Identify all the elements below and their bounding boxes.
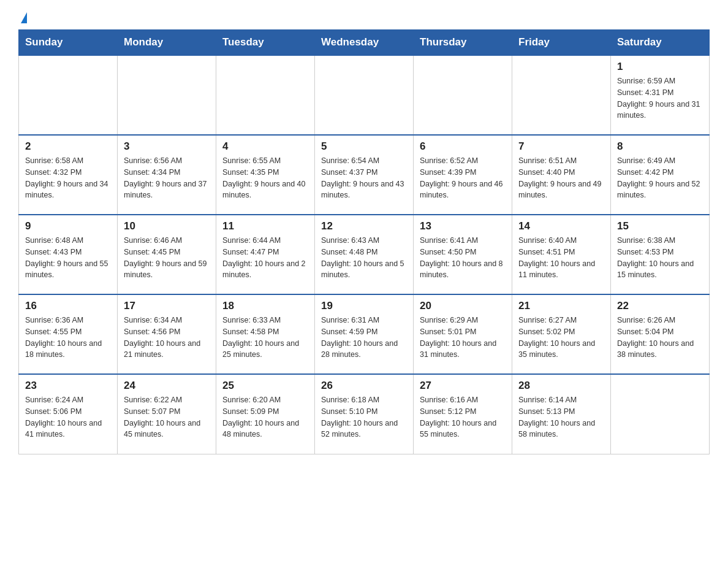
- day-number: 23: [25, 380, 111, 392]
- calendar-cell: [611, 374, 710, 454]
- calendar-cell: 23Sunrise: 6:24 AMSunset: 5:06 PMDayligh…: [19, 374, 118, 454]
- day-info: Sunrise: 6:44 AMSunset: 4:47 PMDaylight:…: [222, 235, 308, 281]
- day-info: Sunrise: 6:36 AMSunset: 4:55 PMDaylight:…: [25, 315, 111, 361]
- calendar-cell: 9Sunrise: 6:48 AMSunset: 4:43 PMDaylight…: [19, 215, 118, 294]
- calendar-week-5: 23Sunrise: 6:24 AMSunset: 5:06 PMDayligh…: [19, 374, 710, 454]
- day-info: Sunrise: 6:58 AMSunset: 4:32 PMDaylight:…: [25, 155, 111, 201]
- calendar-cell: 19Sunrise: 6:31 AMSunset: 4:59 PMDayligh…: [315, 294, 414, 374]
- day-number: 9: [25, 220, 111, 232]
- day-number: 16: [25, 300, 111, 312]
- logo-triangle-icon: [21, 12, 27, 23]
- calendar-cell: 26Sunrise: 6:18 AMSunset: 5:10 PMDayligh…: [315, 374, 414, 454]
- day-info: Sunrise: 6:59 AMSunset: 4:31 PMDaylight:…: [617, 75, 703, 121]
- day-info: Sunrise: 6:33 AMSunset: 4:58 PMDaylight:…: [222, 315, 308, 361]
- day-info: Sunrise: 6:54 AMSunset: 4:37 PMDaylight:…: [321, 155, 407, 201]
- day-info: Sunrise: 6:29 AMSunset: 5:01 PMDaylight:…: [420, 315, 506, 361]
- calendar-cell: 24Sunrise: 6:22 AMSunset: 5:07 PMDayligh…: [118, 374, 216, 454]
- day-info: Sunrise: 6:20 AMSunset: 5:09 PMDaylight:…: [222, 394, 308, 440]
- day-info: Sunrise: 6:43 AMSunset: 4:48 PMDaylight:…: [321, 235, 407, 281]
- day-number: 22: [617, 300, 703, 312]
- calendar-cell: 4Sunrise: 6:55 AMSunset: 4:35 PMDaylight…: [216, 135, 315, 215]
- calendar-cell: 17Sunrise: 6:34 AMSunset: 4:56 PMDayligh…: [118, 294, 216, 374]
- calendar-cell: 12Sunrise: 6:43 AMSunset: 4:48 PMDayligh…: [315, 215, 414, 294]
- calendar-cell: 13Sunrise: 6:41 AMSunset: 4:50 PMDayligh…: [414, 215, 512, 294]
- day-header-wednesday: Wednesday: [315, 30, 414, 56]
- day-number: 24: [124, 380, 210, 392]
- day-info: Sunrise: 6:48 AMSunset: 4:43 PMDaylight:…: [25, 235, 111, 281]
- calendar-cell: 10Sunrise: 6:46 AMSunset: 4:45 PMDayligh…: [118, 215, 216, 294]
- day-number: 2: [25, 140, 111, 153]
- calendar-cell: 21Sunrise: 6:27 AMSunset: 5:02 PMDayligh…: [512, 294, 611, 374]
- day-number: 6: [420, 140, 506, 153]
- calendar-table: SundayMondayTuesdayWednesdayThursdayFrid…: [18, 29, 710, 454]
- calendar-cell: 7Sunrise: 6:51 AMSunset: 4:40 PMDaylight…: [512, 135, 611, 215]
- calendar-cell: [512, 55, 611, 135]
- calendar-cell: 20Sunrise: 6:29 AMSunset: 5:01 PMDayligh…: [414, 294, 512, 374]
- day-info: Sunrise: 6:56 AMSunset: 4:34 PMDaylight:…: [124, 155, 210, 201]
- day-number: 5: [321, 140, 407, 153]
- day-info: Sunrise: 6:24 AMSunset: 5:06 PMDaylight:…: [25, 394, 111, 440]
- day-info: Sunrise: 6:49 AMSunset: 4:42 PMDaylight:…: [617, 155, 703, 201]
- day-info: Sunrise: 6:40 AMSunset: 4:51 PMDaylight:…: [518, 235, 604, 281]
- day-info: Sunrise: 6:14 AMSunset: 5:13 PMDaylight:…: [518, 394, 604, 440]
- day-number: 13: [420, 220, 506, 232]
- calendar-cell: 2Sunrise: 6:58 AMSunset: 4:32 PMDaylight…: [19, 135, 118, 215]
- day-number: 17: [124, 300, 210, 312]
- calendar-cell: 1Sunrise: 6:59 AMSunset: 4:31 PMDaylight…: [611, 55, 710, 135]
- day-number: 20: [420, 300, 506, 312]
- page-header: [18, 12, 710, 23]
- calendar-week-2: 2Sunrise: 6:58 AMSunset: 4:32 PMDaylight…: [19, 135, 710, 215]
- day-header-thursday: Thursday: [414, 30, 512, 56]
- day-header-sunday: Sunday: [19, 30, 118, 56]
- day-info: Sunrise: 6:41 AMSunset: 4:50 PMDaylight:…: [420, 235, 506, 281]
- day-number: 1: [617, 61, 703, 73]
- calendar-cell: 8Sunrise: 6:49 AMSunset: 4:42 PMDaylight…: [611, 135, 710, 215]
- day-info: Sunrise: 6:38 AMSunset: 4:53 PMDaylight:…: [617, 235, 703, 281]
- day-number: 21: [518, 300, 604, 312]
- day-info: Sunrise: 6:16 AMSunset: 5:12 PMDaylight:…: [420, 394, 506, 440]
- day-header-saturday: Saturday: [611, 30, 710, 56]
- day-number: 28: [518, 380, 604, 392]
- calendar-cell: [414, 55, 512, 135]
- calendar-cell: [118, 55, 216, 135]
- calendar-week-1: 1Sunrise: 6:59 AMSunset: 4:31 PMDaylight…: [19, 55, 710, 135]
- calendar-cell: 11Sunrise: 6:44 AMSunset: 4:47 PMDayligh…: [216, 215, 315, 294]
- day-info: Sunrise: 6:55 AMSunset: 4:35 PMDaylight:…: [222, 155, 308, 201]
- day-number: 7: [518, 140, 604, 153]
- calendar-week-3: 9Sunrise: 6:48 AMSunset: 4:43 PMDaylight…: [19, 215, 710, 294]
- day-info: Sunrise: 6:18 AMSunset: 5:10 PMDaylight:…: [321, 394, 407, 440]
- day-number: 11: [222, 220, 308, 232]
- calendar-cell: 18Sunrise: 6:33 AMSunset: 4:58 PMDayligh…: [216, 294, 315, 374]
- day-info: Sunrise: 6:46 AMSunset: 4:45 PMDaylight:…: [124, 235, 210, 281]
- day-info: Sunrise: 6:52 AMSunset: 4:39 PMDaylight:…: [420, 155, 506, 201]
- day-number: 14: [518, 220, 604, 232]
- day-header-friday: Friday: [512, 30, 611, 56]
- calendar-cell: 16Sunrise: 6:36 AMSunset: 4:55 PMDayligh…: [19, 294, 118, 374]
- calendar-header-row: SundayMondayTuesdayWednesdayThursdayFrid…: [19, 30, 710, 56]
- day-info: Sunrise: 6:22 AMSunset: 5:07 PMDaylight:…: [124, 394, 210, 440]
- day-number: 10: [124, 220, 210, 232]
- day-number: 15: [617, 220, 703, 232]
- day-info: Sunrise: 6:34 AMSunset: 4:56 PMDaylight:…: [124, 315, 210, 361]
- day-number: 18: [222, 300, 308, 312]
- day-number: 8: [617, 140, 703, 153]
- day-info: Sunrise: 6:51 AMSunset: 4:40 PMDaylight:…: [518, 155, 604, 201]
- calendar-cell: 22Sunrise: 6:26 AMSunset: 5:04 PMDayligh…: [611, 294, 710, 374]
- day-info: Sunrise: 6:27 AMSunset: 5:02 PMDaylight:…: [518, 315, 604, 361]
- calendar-cell: 28Sunrise: 6:14 AMSunset: 5:13 PMDayligh…: [512, 374, 611, 454]
- day-info: Sunrise: 6:31 AMSunset: 4:59 PMDaylight:…: [321, 315, 407, 361]
- calendar-cell: 5Sunrise: 6:54 AMSunset: 4:37 PMDaylight…: [315, 135, 414, 215]
- calendar-cell: 6Sunrise: 6:52 AMSunset: 4:39 PMDaylight…: [414, 135, 512, 215]
- day-header-monday: Monday: [118, 30, 216, 56]
- day-number: 25: [222, 380, 308, 392]
- day-number: 12: [321, 220, 407, 232]
- calendar-week-4: 16Sunrise: 6:36 AMSunset: 4:55 PMDayligh…: [19, 294, 710, 374]
- calendar-cell: [19, 55, 118, 135]
- day-number: 4: [222, 140, 308, 153]
- calendar-cell: 27Sunrise: 6:16 AMSunset: 5:12 PMDayligh…: [414, 374, 512, 454]
- day-header-tuesday: Tuesday: [216, 30, 315, 56]
- day-info: Sunrise: 6:26 AMSunset: 5:04 PMDaylight:…: [617, 315, 703, 361]
- calendar-cell: 15Sunrise: 6:38 AMSunset: 4:53 PMDayligh…: [611, 215, 710, 294]
- day-number: 27: [420, 380, 506, 392]
- calendar-cell: [315, 55, 414, 135]
